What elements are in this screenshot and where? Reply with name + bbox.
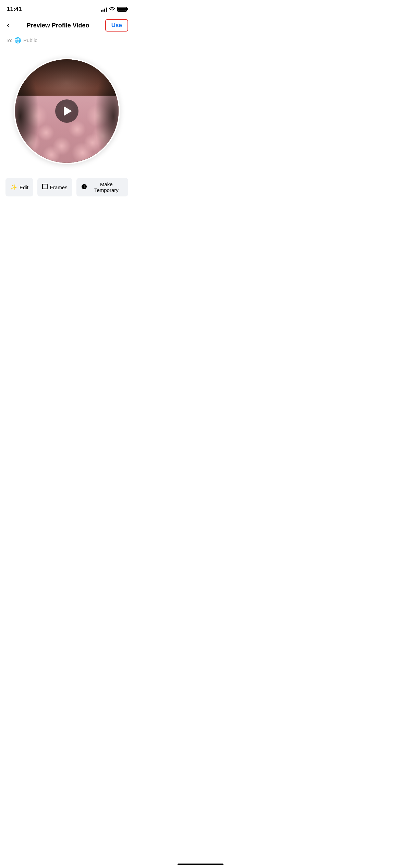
video-container[interactable] — [0, 48, 134, 171]
svg-rect-0 — [42, 184, 47, 189]
audience-visibility: Public — [23, 37, 37, 43]
edit-icon: ✨ — [10, 184, 17, 191]
status-time: 11:41 — [7, 6, 22, 13]
wifi-icon — [109, 7, 115, 12]
status-bar: 11:41 — [0, 0, 134, 16]
signal-icon — [101, 7, 107, 12]
play-button-overlay[interactable] — [15, 59, 119, 163]
frames-label: Frames — [50, 184, 68, 190]
frames-icon — [42, 184, 48, 191]
battery-icon — [117, 7, 127, 12]
globe-icon: 🌐 — [14, 37, 21, 44]
page-title: Preview Profile Video — [11, 22, 105, 29]
audience-to-label: To: — [5, 37, 12, 43]
edit-button[interactable]: ✨ Edit — [5, 178, 33, 196]
make-temporary-label: Make Temporary — [89, 181, 123, 193]
action-buttons: ✨ Edit Frames Make Temporary — [0, 171, 134, 203]
play-circle[interactable] — [55, 99, 78, 123]
make-temporary-button[interactable]: Make Temporary — [76, 178, 128, 196]
use-button[interactable]: Use — [105, 19, 128, 32]
nav-header: ‹ Preview Profile Video Use — [0, 16, 134, 34]
status-icons — [101, 7, 127, 12]
clock-icon — [81, 184, 87, 191]
back-button[interactable]: ‹ — [5, 20, 11, 31]
back-chevron-icon: ‹ — [7, 22, 9, 29]
edit-label: Edit — [20, 184, 28, 190]
audience-row: To: 🌐 Public — [0, 34, 134, 48]
frames-button[interactable]: Frames — [37, 178, 72, 196]
profile-video-circle[interactable] — [14, 58, 120, 164]
play-icon — [64, 106, 72, 116]
